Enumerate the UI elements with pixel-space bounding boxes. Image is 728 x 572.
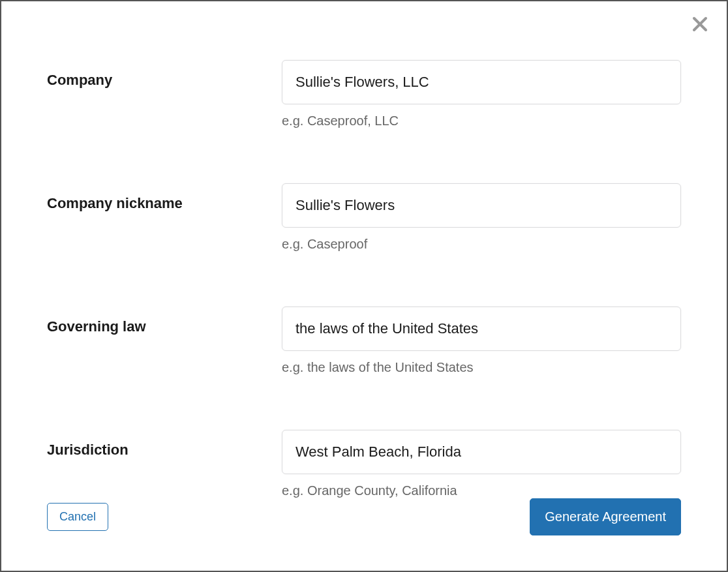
row-company: Company e.g. Caseproof, LLC xyxy=(47,60,681,128)
law-field-wrap: e.g. the laws of the United States xyxy=(282,307,681,375)
company-input[interactable] xyxy=(282,60,681,104)
agreement-modal: Company e.g. Caseproof, LLC Company nick… xyxy=(0,0,728,572)
company-label: Company xyxy=(47,60,282,89)
close-icon xyxy=(691,16,708,33)
jurisdiction-hint: e.g. Orange County, California xyxy=(282,483,681,498)
close-button[interactable] xyxy=(691,16,708,33)
row-law: Governing law e.g. the laws of the Unite… xyxy=(47,307,681,375)
nickname-field-wrap: e.g. Caseproof xyxy=(282,183,681,252)
cancel-button[interactable]: Cancel xyxy=(47,503,108,531)
nickname-label: Company nickname xyxy=(47,183,282,212)
generate-agreement-button[interactable]: Generate Agreement xyxy=(530,498,681,535)
jurisdiction-field-wrap: e.g. Orange County, California xyxy=(282,430,681,498)
nickname-input[interactable] xyxy=(282,183,681,228)
jurisdiction-input[interactable] xyxy=(282,430,681,474)
law-input[interactable] xyxy=(282,307,681,351)
footer: Cancel Generate Agreement xyxy=(47,498,681,535)
form: Company e.g. Caseproof, LLC Company nick… xyxy=(47,60,681,498)
company-hint: e.g. Caseproof, LLC xyxy=(282,113,681,128)
nickname-hint: e.g. Caseproof xyxy=(282,237,681,252)
row-nickname: Company nickname e.g. Caseproof xyxy=(47,183,681,252)
law-hint: e.g. the laws of the United States xyxy=(282,360,681,375)
jurisdiction-label: Jurisdiction xyxy=(47,430,282,459)
law-label: Governing law xyxy=(47,307,282,335)
company-field-wrap: e.g. Caseproof, LLC xyxy=(282,60,681,128)
row-jurisdiction: Jurisdiction e.g. Orange County, Califor… xyxy=(47,430,681,498)
